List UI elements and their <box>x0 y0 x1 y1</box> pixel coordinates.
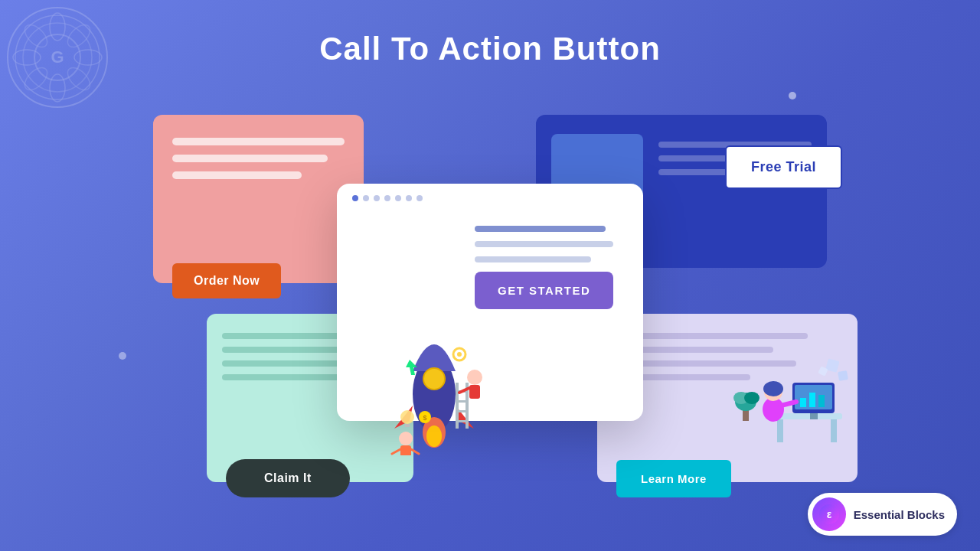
dot-gray3 <box>384 195 390 201</box>
svg-rect-14 <box>777 419 783 442</box>
dot-gray5 <box>406 195 412 201</box>
svg-rect-15 <box>831 419 837 442</box>
svg-rect-41 <box>456 410 469 412</box>
svg-point-24 <box>763 381 783 396</box>
svg-rect-18 <box>800 398 806 407</box>
card-center-topdots <box>352 195 423 201</box>
svg-rect-47 <box>400 445 411 455</box>
svg-point-5 <box>50 74 65 102</box>
svg-point-43 <box>467 370 482 385</box>
svg-rect-42 <box>456 420 469 422</box>
svg-point-50 <box>400 410 414 424</box>
free-trial-button[interactable]: Free Trial <box>725 145 842 189</box>
svg-point-11 <box>64 64 94 94</box>
card-pink-line3 <box>172 171 302 179</box>
svg-rect-31 <box>838 370 848 381</box>
card-mint-line4 <box>222 374 345 380</box>
card-center-lines <box>475 203 620 262</box>
dot-gray6 <box>416 195 423 201</box>
dot-gray4 <box>395 195 401 201</box>
learn-more-button[interactable]: Learn More <box>616 460 731 497</box>
svg-line-48 <box>392 449 400 454</box>
svg-text:ε: ε <box>826 508 831 520</box>
svg-point-53 <box>457 352 462 357</box>
svg-rect-44 <box>469 385 480 399</box>
order-now-button[interactable]: Order Now <box>172 263 281 298</box>
center-line3 <box>475 256 591 262</box>
svg-line-49 <box>411 449 419 454</box>
svg-point-36 <box>426 425 442 447</box>
logo-text: Essential Blocks <box>854 508 945 521</box>
center-line2 <box>475 241 613 247</box>
dot-blue <box>352 195 358 201</box>
svg-point-34 <box>423 368 445 390</box>
claim-it-button[interactable]: Claim It <box>226 459 350 497</box>
svg-rect-40 <box>456 400 469 403</box>
svg-rect-13 <box>773 413 842 419</box>
svg-rect-19 <box>809 393 815 407</box>
logo-icon: ε <box>812 497 846 531</box>
card-pink: Order Now <box>153 115 364 283</box>
rocket-illustration: $ <box>368 295 501 455</box>
svg-point-10 <box>21 64 51 94</box>
svg-rect-20 <box>818 395 825 407</box>
dot-gray1 <box>363 195 369 201</box>
svg-point-29 <box>744 392 760 404</box>
card-pink-line1 <box>172 138 345 145</box>
person-illustration <box>727 321 854 452</box>
svg-rect-51 <box>405 424 410 427</box>
cards-area: Order Now Free Trial Claim It <box>0 92 980 551</box>
logo-area: ε Essential Blocks <box>808 493 957 536</box>
dot-gray2 <box>374 195 380 201</box>
svg-rect-21 <box>810 413 818 419</box>
page-title: Call To Action Button <box>0 0 980 67</box>
svg-text:$: $ <box>423 414 426 422</box>
svg-point-46 <box>399 432 413 445</box>
card-pink-line2 <box>172 155 328 162</box>
center-line1 <box>475 226 606 232</box>
